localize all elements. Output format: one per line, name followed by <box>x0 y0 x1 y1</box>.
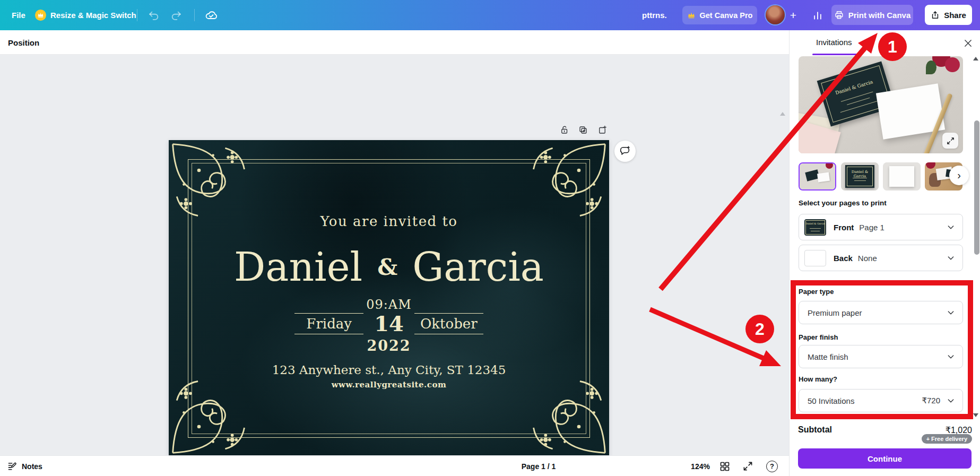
fullscreen-expand-icon <box>743 461 753 471</box>
print-with-canva-button[interactable]: Print with Canva <box>831 5 913 25</box>
lock-icon[interactable] <box>560 125 569 135</box>
name-first: Daniel <box>234 244 362 290</box>
top-toolbar: File Resize & Magic Switch pttrns. Get C… <box>0 0 980 30</box>
invitation-website-text[interactable]: www.reallygreatsite.com <box>169 380 609 390</box>
printer-icon <box>834 10 844 20</box>
help-button[interactable]: ? <box>766 456 778 476</box>
canvas-area: You are invited to Daniel & Garcia 09:AM… <box>0 55 789 455</box>
back-page-thumb <box>804 250 826 266</box>
crown-badge-icon <box>35 10 46 21</box>
toolbar-divider <box>137 9 137 21</box>
invitation-intro-text[interactable]: You are invited to <box>169 213 609 229</box>
annotation-highlight-rect <box>791 280 973 419</box>
name-second: Garcia <box>412 244 544 290</box>
redo-icon[interactable] <box>167 6 185 24</box>
share-label: Share <box>944 11 966 20</box>
month-label: Oktober <box>420 316 478 332</box>
name-ampersand: & <box>377 254 397 280</box>
design-page[interactable]: You are invited to Daniel & Garcia 09:AM… <box>169 140 609 457</box>
cloud-save-status-icon <box>202 6 220 24</box>
invitation-date-row[interactable]: Friday 14 Oktober <box>169 311 609 336</box>
resize-magic-switch-label: Resize & Magic Switch <box>50 11 136 20</box>
get-canva-pro-button[interactable]: Get Canva Pro <box>682 6 757 24</box>
ornament-line <box>294 334 363 334</box>
notes-button[interactable]: Notes <box>7 456 42 476</box>
bottom-status-bar: Notes Page 1 / 1 124% ? <box>0 455 789 476</box>
back-value: None <box>858 254 877 263</box>
chevron-down-icon <box>947 223 955 231</box>
pages-heading-label: Select your pages to print <box>799 199 887 207</box>
free-delivery-badge: + Free delivery <box>922 434 972 444</box>
front-page-thumb: Daniel & Garcia <box>804 219 826 236</box>
notes-icon <box>7 461 18 471</box>
expand-icon <box>947 137 955 145</box>
context-toolbar: Position <box>0 30 789 55</box>
resize-magic-switch-button[interactable]: Resize & Magic Switch <box>31 0 141 30</box>
undo-icon[interactable] <box>145 6 163 24</box>
preview-thumbnail-1[interactable] <box>799 162 836 191</box>
help-icon: ? <box>766 461 778 472</box>
get-canva-pro-label: Get Canva Pro <box>700 11 753 20</box>
scroll-up-arrow-icon[interactable] <box>780 112 785 116</box>
duplicate-icon[interactable] <box>578 125 588 135</box>
share-button[interactable]: Share <box>925 5 972 25</box>
chevron-down-icon <box>947 254 955 262</box>
product-preview-image[interactable]: Daniel & Garcia <box>799 56 963 153</box>
add-member-button[interactable]: + <box>786 0 800 30</box>
ornament-line <box>414 313 483 314</box>
plus-icon: + <box>790 9 796 22</box>
avatar[interactable] <box>766 5 785 24</box>
front-value: Page 1 <box>859 223 884 232</box>
thumbnails-next-button[interactable]: › <box>949 166 969 185</box>
comment-icon <box>619 145 631 157</box>
grid-view-icon <box>719 461 730 472</box>
invitation-time-text[interactable]: 09:AM <box>169 297 609 312</box>
front-label: Front <box>834 223 854 232</box>
annotation-step-2-label: 2 <box>755 319 765 339</box>
comment-button[interactable] <box>614 141 636 162</box>
corner-ornament-icon <box>528 140 609 221</box>
ornament-line <box>294 313 363 314</box>
file-menu-button[interactable]: File <box>6 0 31 30</box>
position-button[interactable]: Position <box>8 30 39 55</box>
invitation-date-number: 14 <box>374 311 404 336</box>
day-label: Friday <box>306 316 352 332</box>
page-indicator: Page 1 / 1 <box>517 456 560 476</box>
fullscreen-button[interactable] <box>743 456 753 476</box>
zoom-percentage[interactable]: 124% <box>687 456 714 476</box>
back-page-select[interactable]: Back None <box>799 245 963 271</box>
subtotal-amount: ₹1,020 <box>946 426 972 435</box>
close-panel-button[interactable] <box>960 36 975 50</box>
panel-scrollbar-thumb[interactable] <box>974 120 979 255</box>
subtotal-text: Subtotal <box>798 425 832 434</box>
preview-expand-button[interactable] <box>942 133 958 149</box>
front-page-select[interactable]: Daniel & Garcia Front Page 1 <box>799 214 963 240</box>
annotation-step-2: 2 <box>745 315 774 343</box>
continue-button[interactable]: Continue <box>798 448 972 469</box>
tab-invitations-label: Invitations <box>816 38 852 47</box>
invitation-year-text[interactable]: 2022 <box>169 337 609 354</box>
preview-thumbnail-2[interactable]: Daniel & Garcia <box>841 162 879 191</box>
grid-view-button[interactable] <box>719 456 730 476</box>
ornament-line <box>414 334 483 334</box>
insights-chart-icon[interactable] <box>809 6 827 24</box>
close-icon <box>964 39 973 48</box>
invitation-address-text[interactable]: 123 Anywhere st., Any City, ST 12345 <box>169 363 609 377</box>
add-page-icon[interactable] <box>597 125 607 135</box>
notes-label: Notes <box>22 462 42 471</box>
annotation-step-1: 1 <box>878 32 907 61</box>
continue-label: Continue <box>868 454 902 463</box>
tab-invitations[interactable]: Invitations <box>816 38 852 47</box>
file-menu-label: File <box>12 11 25 20</box>
free-delivery-label: + Free delivery <box>926 436 967 442</box>
active-tab-underline <box>812 54 858 55</box>
position-label: Position <box>8 38 39 47</box>
print-with-canva-label: Print with Canva <box>848 11 911 20</box>
invitation-day: Friday <box>294 313 363 334</box>
preview-thumbnail-3[interactable] <box>883 162 921 191</box>
panel-scroll-down-arrow-icon[interactable] <box>973 413 978 417</box>
back-label: Back <box>834 254 853 263</box>
panel-scroll-up-arrow-icon[interactable] <box>973 57 978 60</box>
annotation-step-1-label: 1 <box>888 37 897 57</box>
invitation-names-text[interactable]: Daniel & Garcia <box>169 244 609 290</box>
